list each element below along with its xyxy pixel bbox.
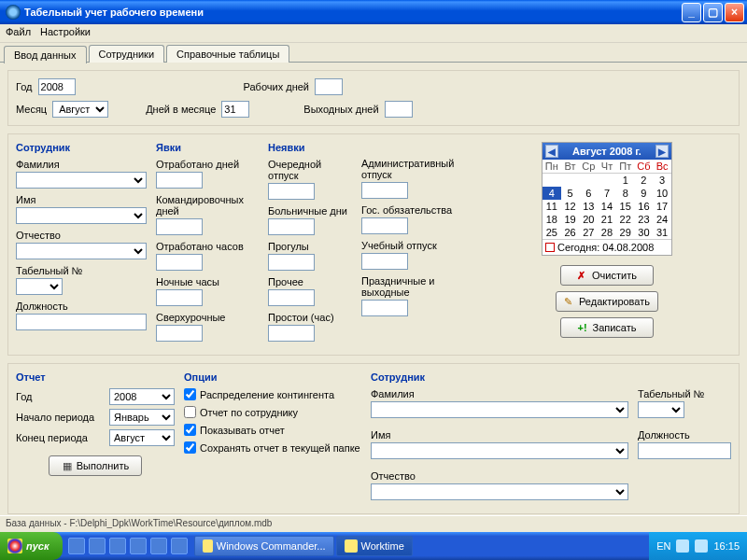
cal-day[interactable]: 17 — [653, 200, 671, 213]
off-days-input[interactable] — [385, 101, 413, 118]
overtime-input[interactable] — [156, 325, 203, 342]
cal-day[interactable]: 7 — [598, 187, 616, 200]
r-name-select[interactable] — [371, 442, 628, 459]
admin-leave-input[interactable] — [361, 182, 408, 199]
patronymic-select[interactable] — [16, 243, 147, 259]
cal-day[interactable]: 10 — [653, 187, 671, 200]
night-hours-input[interactable] — [156, 289, 203, 306]
cal-day[interactable]: 8 — [616, 187, 635, 200]
tab-reference[interactable]: Справочные таблицы — [166, 45, 289, 63]
cal-day[interactable]: 19 — [561, 213, 580, 226]
cal-day[interactable]: 28 — [598, 226, 616, 239]
ql-icon[interactable] — [109, 538, 126, 554]
taskbar-item[interactable]: Windows Commander... — [194, 536, 334, 556]
cal-day[interactable]: 22 — [616, 213, 635, 226]
cal-day[interactable]: 30 — [635, 226, 654, 239]
position-input[interactable] — [16, 314, 147, 330]
cal-day[interactable] — [598, 174, 616, 187]
r-surname-select[interactable] — [371, 401, 628, 418]
cal-day[interactable]: 16 — [635, 200, 654, 213]
holidays-input[interactable] — [361, 300, 408, 316]
ql-icon[interactable] — [150, 538, 167, 554]
cal-day[interactable]: 24 — [653, 213, 671, 226]
worked-hours-input[interactable] — [156, 254, 203, 271]
cal-day[interactable] — [561, 174, 580, 187]
calendar[interactable]: ◀ Август 2008 г. ▶ ПнВтСрЧтПтСбВс 123456… — [542, 142, 672, 256]
minimize-button[interactable]: _ — [682, 3, 701, 22]
cal-day[interactable]: 26 — [561, 226, 580, 239]
lang-indicator[interactable]: EN — [656, 540, 670, 552]
menu-file[interactable]: Файл — [6, 26, 31, 40]
cal-day[interactable]: 25 — [543, 226, 561, 239]
opt-save-folder-check[interactable] — [184, 441, 196, 454]
vacation-input[interactable] — [268, 183, 315, 200]
clock[interactable]: 16:15 — [713, 540, 740, 552]
days-in-month-input[interactable] — [221, 101, 249, 118]
start-button[interactable]: пуск — [0, 532, 63, 560]
report-start-select[interactable]: Январь — [109, 409, 175, 426]
cal-day[interactable]: 4 — [543, 187, 561, 200]
gov-input[interactable] — [361, 217, 408, 234]
cal-day[interactable] — [579, 174, 598, 187]
cal-next-button[interactable]: ▶ — [655, 145, 669, 158]
year-input[interactable] — [38, 78, 76, 95]
r-position-input[interactable] — [638, 442, 731, 459]
clear-button[interactable]: ✗Очистить — [560, 265, 654, 286]
cal-day[interactable]: 23 — [635, 213, 654, 226]
tray-icon[interactable] — [695, 539, 708, 553]
idle-input[interactable] — [268, 325, 315, 342]
cal-day[interactable]: 12 — [561, 200, 580, 213]
close-button[interactable]: × — [725, 3, 744, 22]
cal-today[interactable]: Сегодня: 04.08.2008 — [543, 239, 671, 255]
r-patronymic-select[interactable] — [371, 483, 628, 500]
tab-employees[interactable]: Сотрудники — [89, 45, 165, 63]
save-button[interactable]: +!Записать — [560, 317, 654, 338]
cal-day[interactable]: 9 — [635, 187, 654, 200]
edit-button[interactable]: ✎Редактировать — [556, 291, 658, 312]
ql-icon[interactable] — [68, 538, 85, 554]
cal-day[interactable]: 2 — [635, 174, 654, 187]
menu-settings[interactable]: Настройки — [40, 26, 91, 40]
sick-input[interactable] — [268, 218, 315, 235]
other-input[interactable] — [268, 289, 315, 306]
tabno-select[interactable] — [16, 278, 63, 295]
work-days-input[interactable] — [315, 78, 343, 95]
cal-day[interactable]: 20 — [579, 213, 598, 226]
cal-day[interactable]: 29 — [616, 226, 635, 239]
trip-days-input[interactable] — [156, 218, 203, 235]
cal-day[interactable]: 14 — [598, 200, 616, 213]
r-tabno-select[interactable] — [638, 401, 684, 418]
maximize-button[interactable]: ▢ — [703, 3, 723, 22]
surname-select[interactable] — [16, 172, 147, 189]
execute-button[interactable]: ▦Выполнить — [49, 455, 142, 476]
cal-day[interactable]: 15 — [616, 200, 635, 213]
cal-day[interactable]: 18 — [543, 213, 561, 226]
cal-day[interactable]: 6 — [579, 187, 598, 200]
month-select[interactable]: Август — [52, 101, 108, 118]
cal-day[interactable]: 27 — [579, 226, 598, 239]
study-input[interactable] — [361, 253, 408, 270]
cal-day[interactable] — [543, 174, 561, 187]
report-end-select[interactable]: Август — [109, 429, 175, 446]
report-year-select[interactable]: 2008 — [109, 388, 175, 405]
worked-days-input[interactable] — [156, 172, 203, 189]
cal-day[interactable]: 31 — [653, 226, 671, 239]
truancy-input[interactable] — [268, 254, 315, 271]
cal-prev-button[interactable]: ◀ — [545, 145, 558, 158]
tab-input[interactable]: Ввод данных — [4, 46, 87, 63]
cal-day[interactable]: 1 — [616, 174, 635, 187]
opt-by-employee-check[interactable] — [184, 406, 196, 418]
opt-show-report-check[interactable] — [184, 424, 196, 436]
name-select[interactable] — [16, 207, 147, 224]
opt-distribution-check[interactable] — [184, 388, 196, 400]
ql-icon[interactable] — [89, 538, 106, 554]
cal-day[interactable]: 11 — [543, 200, 561, 213]
ql-icon[interactable] — [130, 538, 147, 554]
tray-icon[interactable] — [676, 539, 689, 553]
cal-day[interactable]: 21 — [598, 213, 616, 226]
cal-day[interactable]: 5 — [561, 187, 580, 200]
ql-icon[interactable] — [171, 538, 188, 554]
cal-day[interactable]: 3 — [653, 174, 671, 187]
cal-day[interactable]: 13 — [579, 200, 598, 213]
taskbar-item[interactable]: Worktime — [336, 536, 413, 556]
